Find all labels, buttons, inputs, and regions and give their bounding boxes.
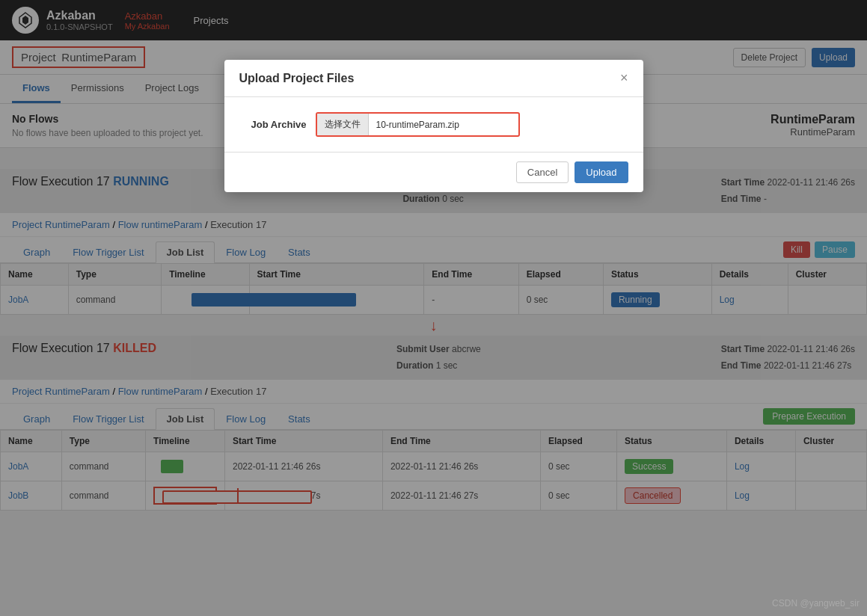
form-row-archive: Job Archive 选择文件 10-runtimeParam.zip (239, 112, 628, 137)
modal-footer: Cancel Upload (224, 152, 643, 192)
modal-title: Upload Project Files (239, 72, 355, 85)
upload-modal: Upload Project Files × Job Archive 选择文件 … (224, 60, 643, 192)
upload-modal-button[interactable]: Upload (575, 161, 628, 183)
modal-body: Job Archive 选择文件 10-runtimeParam.zip (224, 97, 643, 152)
cancel-button[interactable]: Cancel (516, 161, 569, 183)
modal-overlay: Upload Project Files × Job Archive 选择文件 … (0, 0, 867, 511)
choose-file-button[interactable]: 选择文件 (317, 114, 369, 135)
file-name-display: 10-runtimeParam.zip (369, 115, 518, 135)
job-archive-label: Job Archive (239, 119, 307, 130)
file-input-area: 选择文件 10-runtimeParam.zip (316, 112, 520, 137)
modal-header: Upload Project Files × (224, 60, 643, 97)
modal-close-button[interactable]: × (620, 70, 628, 86)
